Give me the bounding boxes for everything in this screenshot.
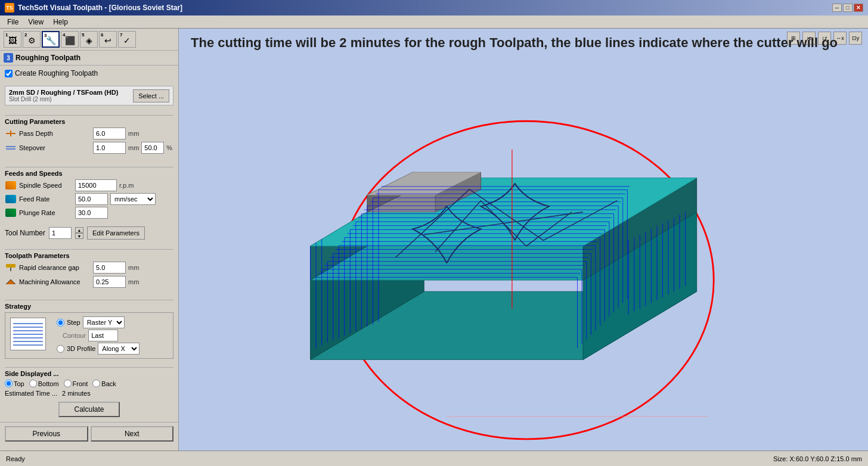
tool-sub: Slot Drill (2 mm) xyxy=(9,96,118,102)
next-button[interactable]: Next xyxy=(91,426,174,442)
toolpath-parameters-section: Toolpath Parameters Rapid clearance gap … xyxy=(0,242,178,294)
toolpath-params-title: Toolpath Parameters xyxy=(5,249,173,259)
section-title: Roughing Toolpath xyxy=(16,54,80,62)
tb-step-4[interactable]: 4 ⬛ xyxy=(61,31,79,48)
pass-depth-row: Pass Depth mm xyxy=(5,128,173,139)
side-displayed-title: Side Displayed ... xyxy=(5,367,173,377)
menu-file[interactable]: File xyxy=(2,17,23,27)
tb-step-7[interactable]: 7 ✓ xyxy=(118,31,136,48)
create-roughing-label: Create Roughing Toolpath xyxy=(15,69,98,77)
machining-allowance-row: Machining Allowance mm xyxy=(5,276,173,288)
feeds-speeds-title: Feeds and Speeds xyxy=(5,167,173,177)
status-bar: Ready Size: X:60.0 Y:60.0 Z:15.0 mm xyxy=(0,451,868,466)
profile-radio-row: 3D Profile Along X Along Y xyxy=(57,343,169,355)
spindle-icon xyxy=(5,181,16,189)
select-tool-button[interactable]: Select ... xyxy=(133,89,169,102)
step-radio[interactable] xyxy=(57,319,64,327)
side-bottom: Bottom xyxy=(29,380,59,387)
side-top-label: Top xyxy=(14,380,24,387)
tb-step-3[interactable]: 3 🔧 xyxy=(42,31,60,48)
step-radio-row: Step Raster Y Raster X xyxy=(57,316,169,328)
3d-scene-svg xyxy=(179,64,868,451)
left-panel: 1 🖼 2 ⚙ 3 🔧 4 ⬛ 5 ◈ 6 ↩ xyxy=(0,29,179,451)
strategy-preview xyxy=(10,318,46,350)
side-front-radio[interactable] xyxy=(64,380,72,387)
profile-label: 3D Profile xyxy=(67,345,95,352)
tool-number-spinner: ▲ ▼ xyxy=(75,227,83,239)
window-controls: ─ □ ✕ xyxy=(832,4,863,12)
spindle-speed-row: Spindle Speed r.p.m xyxy=(5,179,173,191)
create-roughing-checkbox[interactable] xyxy=(5,70,13,77)
strategy-title: Strategy xyxy=(5,300,173,310)
minimize-button[interactable]: ─ xyxy=(832,4,842,12)
tool-number-up[interactable]: ▲ xyxy=(75,227,83,233)
calculate-section: Calculate xyxy=(0,399,178,422)
spindle-speed-input[interactable] xyxy=(75,179,117,191)
tb-step-5[interactable]: 5 ◈ xyxy=(80,31,98,48)
side-bottom-label: Bottom xyxy=(38,380,59,387)
pass-depth-icon xyxy=(5,129,17,138)
spindle-unit: r.p.m xyxy=(119,182,134,189)
side-top-radio[interactable] xyxy=(5,380,13,387)
side-front-label: Front xyxy=(73,380,88,387)
plunge-rate-input[interactable] xyxy=(75,207,108,219)
estimated-time-row: Estimated Time ... 2 minutes xyxy=(5,390,173,397)
step-select[interactable]: Raster Y Raster X xyxy=(83,316,125,328)
restore-button[interactable]: □ xyxy=(843,4,852,12)
feed-rate-unit-select[interactable]: mm/sec mm/min xyxy=(110,193,156,205)
side-back-label: Back xyxy=(101,380,116,387)
previous-button[interactable]: Previous xyxy=(5,426,88,442)
step-toolbar: 1 🖼 2 ⚙ 3 🔧 4 ⬛ 5 ◈ 6 ↩ xyxy=(0,29,178,51)
side-displayed-section: Side Displayed ... Top Bottom Front Back xyxy=(0,361,178,399)
tool-number-input[interactable] xyxy=(49,227,72,239)
contour-row: Contour xyxy=(63,330,169,341)
side-top: Top xyxy=(5,380,24,387)
stepover-pct-input[interactable] xyxy=(141,142,164,154)
profile-select[interactable]: Along X Along Y xyxy=(98,343,140,355)
plunge-rate-row: Plunge Rate xyxy=(5,207,173,219)
machining-allowance-label: Machining Allowance xyxy=(19,278,91,285)
machining-allowance-icon xyxy=(5,277,17,287)
create-roughing-section: Create Roughing Toolpath xyxy=(0,66,178,83)
tool-number-label: Tool Number xyxy=(5,229,45,237)
side-back: Back xyxy=(92,380,116,387)
plunge-rate-label: Plunge Rate xyxy=(19,209,73,216)
tb-step-2[interactable]: 2 ⚙ xyxy=(23,31,41,48)
calculate-button[interactable]: Calculate xyxy=(58,402,119,417)
side-bottom-radio[interactable] xyxy=(29,380,37,387)
create-roughing-row: Create Roughing Toolpath xyxy=(5,69,173,77)
pass-depth-unit: mm xyxy=(128,130,139,137)
estimated-time-label: Estimated Time ... xyxy=(5,390,57,397)
feed-rate-input[interactable] xyxy=(75,193,108,205)
feed-rate-row: Feed Rate mm/sec mm/min xyxy=(5,193,173,205)
status-ready: Ready xyxy=(6,455,25,462)
tool-name: 2mm SD / Roughing / TSFoam (HD) xyxy=(9,89,118,96)
feeds-speeds-section: Feeds and Speeds Spindle Speed r.p.m Fee… xyxy=(0,160,178,224)
svg-rect-4 xyxy=(6,264,16,268)
menu-help[interactable]: Help xyxy=(48,17,73,27)
pass-depth-input[interactable] xyxy=(93,128,126,139)
profile-radio[interactable] xyxy=(57,345,64,353)
pass-depth-label: Pass Depth xyxy=(19,130,91,137)
feed-icon xyxy=(5,195,16,203)
strategy-box: Step Raster Y Raster X Contour 3D Profil… xyxy=(5,312,173,359)
section-header: 3 Roughing Toolpath xyxy=(0,51,178,66)
step-label: Step xyxy=(67,319,80,326)
tb-step-6[interactable]: 6 ↩ xyxy=(99,31,117,48)
contour-input[interactable] xyxy=(88,330,118,341)
edit-parameters-button[interactable]: Edit Parameters xyxy=(87,226,145,240)
title-bar: TS TechSoft Visual Toolpath - [Glorious … xyxy=(0,0,868,15)
tool-number-down[interactable]: ▼ xyxy=(75,233,83,239)
close-button[interactable]: ✕ xyxy=(854,4,863,12)
menu-view[interactable]: View xyxy=(23,17,48,27)
side-back-radio[interactable] xyxy=(92,380,100,387)
rapid-clearance-input[interactable] xyxy=(93,262,126,274)
feed-rate-label: Feed Rate xyxy=(19,195,73,203)
strategy-section: Strategy Step xyxy=(0,294,178,361)
stepover-input[interactable] xyxy=(93,142,126,154)
machining-allowance-input[interactable] xyxy=(93,276,126,288)
rapid-clearance-label: Rapid clearance gap xyxy=(19,264,91,271)
window-title: TechSoft Visual Toolpath - [Glorious Sov… xyxy=(18,4,182,12)
contour-label: Contour xyxy=(63,332,86,339)
tb-step-1[interactable]: 1 🖼 xyxy=(4,31,21,48)
